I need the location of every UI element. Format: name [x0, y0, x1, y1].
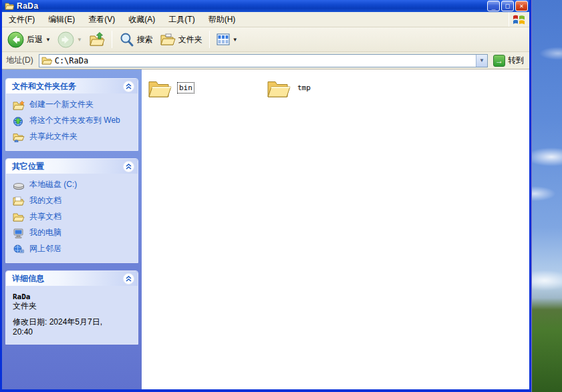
go-label: 转到 [508, 55, 524, 66]
task-label: 将这个文件夹发布到 Web [29, 116, 120, 125]
forward-dropdown-caret[interactable]: ▼ [77, 37, 82, 43]
folders-button[interactable]: 文件夹 [157, 31, 205, 48]
up-folder-icon [89, 32, 105, 47]
explorer-window: RaDa _ □ ✕ 文件(F) 编辑(E) 查看(V) 收藏(A) 工具(T)… [0, 0, 531, 392]
network-places-icon [13, 244, 25, 254]
panel-header-file-folder-tasks[interactable]: 文件和文件夹任务 [6, 79, 138, 93]
collapse-chevron-icon[interactable] [123, 273, 134, 284]
place-label: 我的文档 [29, 196, 61, 205]
menu-bar: 文件(F) 编辑(E) 查看(V) 收藏(A) 工具(T) 帮助(H) [2, 12, 529, 27]
task-label: 共享此文件夹 [29, 132, 78, 141]
task-share-folder[interactable]: 共享此文件夹 [13, 132, 134, 142]
details-modified-time: 20:40 [13, 327, 134, 337]
toolbar-separator-2 [209, 31, 210, 48]
search-icon [119, 32, 134, 47]
address-dropdown-button[interactable]: ▼ [476, 55, 487, 67]
shared-documents-icon [13, 212, 25, 222]
menu-tools[interactable]: 工具(T) [162, 12, 201, 27]
place-label: 共享文档 [29, 212, 61, 221]
folder-name: bin [177, 82, 194, 93]
folder-tile-bin[interactable]: bin [148, 77, 267, 98]
place-my-computer[interactable]: 我的电脑 [13, 228, 134, 238]
task-publish-to-web[interactable]: 将这个文件夹发布到 Web [13, 116, 134, 126]
my-computer-icon [13, 228, 25, 238]
panel-header-details[interactable]: 详细信息 [6, 271, 138, 286]
views-dropdown-caret[interactable]: ▼ [233, 37, 238, 43]
window-title: RaDa [17, 1, 39, 11]
menu-help[interactable]: 帮助(H) [202, 12, 243, 27]
back-dropdown-caret[interactable]: ▼ [45, 37, 51, 43]
folders-label: 文件夹 [178, 34, 202, 45]
up-button[interactable] [86, 31, 108, 48]
folders-icon [160, 32, 176, 47]
views-button[interactable]: ▼ [214, 32, 241, 47]
folder-name: tmp [296, 83, 312, 93]
menu-edit[interactable]: 编辑(E) [41, 12, 82, 27]
folder-tile-tmp[interactable]: tmp [267, 77, 386, 98]
collapse-chevron-icon[interactable] [123, 161, 134, 172]
share-folder-icon [13, 132, 25, 142]
window-folder-icon [5, 2, 14, 10]
title-bar[interactable]: RaDa _ □ ✕ [2, 0, 529, 12]
address-label: 地址(D) [6, 55, 33, 66]
place-shared-documents[interactable]: 共享文档 [13, 212, 134, 222]
go-button[interactable]: → 转到 [493, 55, 524, 67]
new-folder-icon [13, 100, 25, 110]
place-local-disk-c[interactable]: 本地磁盘 (C:) [13, 180, 134, 190]
back-icon [7, 31, 24, 48]
publish-web-icon [13, 116, 25, 126]
desktop-screen: RaDa _ □ ✕ 文件(F) 编辑(E) 查看(V) 收藏(A) 工具(T)… [0, 0, 562, 392]
collapse-chevron-icon[interactable] [123, 81, 134, 92]
search-label: 搜索 [137, 34, 153, 45]
panel-details: 详细信息 RaDa 文件夹 修改日期: 2024年5月7日, 20:40 [5, 270, 138, 345]
place-label: 我的电脑 [29, 228, 61, 237]
menu-favorites[interactable]: 收藏(A) [122, 12, 162, 27]
address-folder-icon [41, 56, 52, 65]
views-icon [217, 33, 230, 45]
place-label: 本地磁盘 (C:) [29, 180, 77, 189]
panel-title: 文件和文件夹任务 [12, 81, 76, 92]
place-label: 网上邻居 [29, 244, 61, 253]
search-button[interactable]: 搜索 [116, 31, 156, 49]
address-value: C:\RaDa [55, 56, 89, 65]
place-my-documents[interactable]: 我的文档 [13, 196, 134, 206]
menu-view[interactable]: 查看(V) [82, 12, 122, 27]
panel-file-folder-tasks: 文件和文件夹任务 创建一个新文件夹 [5, 78, 138, 151]
forward-icon [57, 31, 74, 48]
back-label: 后退 [27, 34, 43, 45]
panel-header-other-places[interactable]: 其它位置 [6, 159, 138, 174]
panel-title: 其它位置 [12, 161, 44, 172]
folder-icon [148, 77, 172, 98]
minimize-button[interactable]: _ [487, 1, 500, 11]
back-button[interactable]: 后退 ▼ [5, 30, 53, 49]
panel-other-places: 其它位置 本地磁盘 (C:) [5, 158, 138, 263]
forward-button[interactable]: ▼ [55, 30, 85, 49]
panel-title: 详细信息 [12, 273, 44, 284]
file-list-area[interactable]: bin tmp [142, 69, 529, 389]
details-item-name: RaDa [13, 292, 134, 301]
window-body: 文件和文件夹任务 创建一个新文件夹 [2, 69, 529, 389]
task-create-new-folder[interactable]: 创建一个新文件夹 [13, 100, 134, 110]
address-input[interactable]: C:\RaDa ▼ [39, 54, 488, 67]
maximize-button[interactable]: □ [501, 1, 514, 11]
details-item-type: 文件夹 [13, 301, 134, 311]
close-button[interactable]: ✕ [515, 1, 528, 11]
address-bar: 地址(D) C:\RaDa ▼ → 转到 [2, 52, 529, 69]
task-label: 创建一个新文件夹 [29, 100, 94, 109]
task-sidebar: 文件和文件夹任务 创建一个新文件夹 [2, 69, 142, 389]
go-arrow-icon: → [493, 55, 505, 67]
folder-icon [267, 77, 291, 98]
menu-file[interactable]: 文件(F) [2, 12, 41, 27]
place-network-places[interactable]: 网上邻居 [13, 244, 134, 254]
details-modified-date: 修改日期: 2024年5月7日, [13, 317, 134, 327]
local-disk-icon [13, 180, 25, 190]
my-documents-icon [13, 196, 25, 206]
toolbar-separator [112, 31, 112, 48]
toolbar: 后退 ▼ ▼ [2, 27, 529, 52]
windows-logo-icon [509, 13, 529, 26]
